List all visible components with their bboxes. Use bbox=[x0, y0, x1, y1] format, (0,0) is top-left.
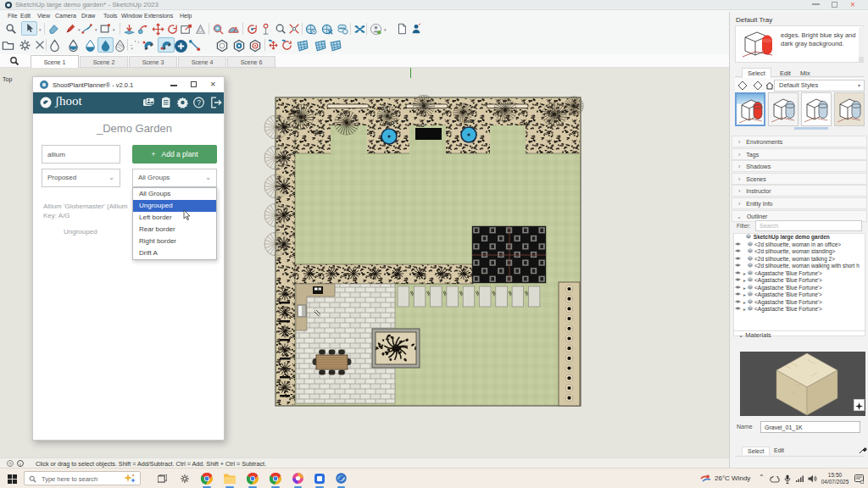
svg-text:AiG: AiG bbox=[416, 123, 425, 128]
svg-text:BsO: BsO bbox=[291, 109, 301, 114]
svg-text:BsO: BsO bbox=[464, 119, 474, 124]
svg-text:AiG: AiG bbox=[376, 106, 385, 111]
svg-text:AiG: AiG bbox=[392, 347, 400, 352]
svg-text:?: ? bbox=[197, 98, 201, 107]
svg-text:GaM: GaM bbox=[520, 121, 530, 126]
svg-text:BsO: BsO bbox=[557, 109, 567, 114]
svg-text:BsO: BsO bbox=[385, 120, 395, 125]
svg-text:BsO: BsO bbox=[313, 130, 323, 135]
